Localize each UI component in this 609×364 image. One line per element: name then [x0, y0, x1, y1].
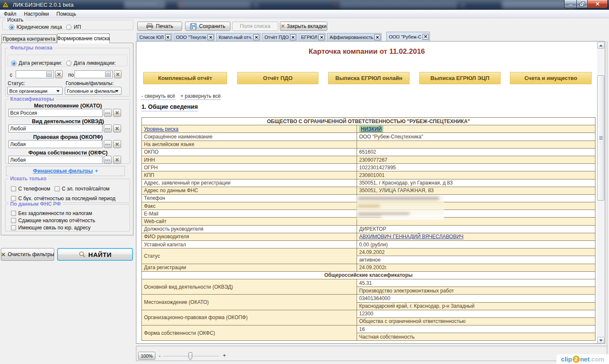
doc-tab-close-icon[interactable]: ✕: [423, 34, 429, 40]
classifier-browse-button[interactable]: ...: [104, 109, 112, 117]
classifier-field-input[interactable]: Любой: [8, 124, 102, 132]
radio-label: Дата ликвидации:: [74, 60, 116, 66]
scroll-down-button[interactable]: [597, 337, 604, 344]
status-select[interactable]: Все организации: [7, 87, 63, 95]
report-action-button[interactable]: Выписка ЕГРЮЛ онлайн: [328, 72, 410, 84]
classifier-browse-button[interactable]: ...: [104, 156, 112, 164]
close-tabs-button[interactable]: ✕ Закрыть вкладки: [280, 22, 327, 31]
classifier-field-input[interactable]: Вся Россия: [8, 109, 102, 117]
checkbox-with-phone[interactable]: С телефоном: [11, 186, 50, 192]
financial-filters-link[interactable]: Финансовые фильтры: [33, 168, 93, 174]
save-button[interactable]: Сохранить: [185, 22, 230, 31]
doc-tab-label: ООО "Рубеж-С: [389, 34, 421, 39]
row-value: активное: [357, 256, 595, 264]
row-value: 230801001: [357, 171, 595, 179]
checkbox-tax-reporting[interactable]: Сдающие налоговую отчётность: [11, 218, 95, 223]
checkbox-legal-address[interactable]: Имеющие связь по юр. адресу: [11, 225, 91, 231]
row-value: Общества с ограниченной ответственностью: [357, 317, 595, 325]
classifier-clear-button[interactable]: ✕: [113, 156, 121, 164]
date-to-input[interactable]: [75, 70, 113, 78]
checkbox-with-email[interactable]: С эл. почтой/сайтом: [55, 186, 109, 192]
print-label: Печать: [156, 23, 173, 29]
table-row: Адрес, заявленный при регистрации350051,…: [142, 179, 595, 187]
zoom-slider-thumb[interactable]: [188, 352, 193, 361]
row-label: КПП: [142, 171, 357, 179]
find-button[interactable]: НАЙТИ: [57, 248, 133, 261]
report-action-button[interactable]: Отчёт ПДО: [237, 72, 318, 84]
classifier-field-value: Любая: [10, 157, 26, 163]
company-info-table: ОБЩЕСТВО С ОГРАНИЧЕННОЙ ОТВЕТСТВЕННОСТЬЮ…: [141, 117, 595, 341]
checkbox-with-accounting[interactable]: С бух. отчётностью за последний период: [11, 196, 115, 201]
checkbox-no-tax-debt[interactable]: Без задолженности по налогам: [11, 210, 92, 216]
radio-liquidation-date[interactable]: Дата ликвидации:: [66, 60, 116, 66]
row-label: ИНН: [142, 156, 357, 163]
doc-tab-close-icon[interactable]: ✕: [165, 34, 171, 40]
classifier-browse-button[interactable]: ...: [104, 124, 112, 132]
maximize-button[interactable]: [576, 0, 588, 8]
row-value: 12300: [357, 310, 595, 317]
doc-tab[interactable]: ООО "Техугле✕: [174, 33, 215, 41]
print-button[interactable]: Печать: [137, 22, 182, 31]
classifier-field-input[interactable]: Любая: [8, 140, 102, 148]
report-action-button[interactable]: Комплексный отчёт: [143, 72, 227, 84]
report-action-button[interactable]: Счета и имущество: [510, 72, 592, 84]
financial-filters-plus[interactable]: +: [95, 168, 98, 174]
date-from-input[interactable]: [16, 70, 54, 78]
classifier-field-value: Любая: [10, 141, 26, 147]
vertical-scrollbar[interactable]: [597, 42, 604, 344]
branch-select[interactable]: Головные и филиалы: [65, 87, 122, 95]
row-label: Сокращённое наименование: [142, 133, 357, 141]
date-from-clear-button[interactable]: ✕: [55, 70, 63, 78]
doc-tab-close-icon[interactable]: ✕: [374, 34, 380, 40]
doc-tab[interactable]: Аффилированность✕: [327, 33, 382, 41]
doc-tab[interactable]: ЕГРЮЛ✕: [299, 33, 326, 41]
classifier-field-input[interactable]: Любая: [8, 156, 102, 164]
classifier-clear-button[interactable]: ✕: [113, 109, 121, 117]
date-to-clear-button[interactable]: ✕: [114, 70, 122, 78]
scrollbar-thumb[interactable]: [597, 75, 604, 201]
row-value: 16: [357, 325, 595, 333]
doc-tab-close-icon[interactable]: ✕: [290, 34, 296, 40]
close-button[interactable]: ✕: [588, 0, 608, 8]
table-row: Дата регистрации24.09.2002г.: [142, 264, 595, 271]
expand-all-link[interactable]: + развернуть всё: [180, 93, 221, 100]
minimize-button[interactable]: [564, 0, 576, 8]
menu-settings[interactable]: Настройки: [21, 10, 52, 18]
table-row: На английском языке: [142, 141, 595, 148]
doc-tab[interactable]: Список ЮЛ✕: [137, 33, 172, 41]
scroll-up-button[interactable]: [597, 42, 604, 49]
tab-check-counterparty[interactable]: Проверка контрагента: [1, 34, 57, 43]
watermark-net: net: [580, 356, 590, 363]
zoom-out-button[interactable]: -: [159, 353, 161, 359]
menu-file[interactable]: Файл: [1, 10, 19, 18]
zoom-value-button[interactable]: 100%: [138, 352, 155, 360]
radio-registration-date[interactable]: Дата регистрации:: [11, 60, 62, 66]
doc-tab-close-icon[interactable]: ✕: [208, 34, 213, 40]
radio-ip[interactable]: ИП: [66, 24, 81, 30]
background-window-blur: [158, 3, 163, 7]
radio-legal-entities[interactable]: Юридические лица: [9, 24, 62, 30]
list-fields-button[interactable]: Поля списка: [232, 22, 278, 31]
calendar-icon[interactable]: [46, 72, 52, 77]
classifier-clear-button[interactable]: ✕: [113, 124, 121, 132]
row-value-link[interactable]: АВХИМОВИЧ ГЕННАДИЙ ВЯЧЕСЛАВОВИЧ: [359, 234, 463, 240]
clear-filters-button[interactable]: ✕ Очистить фильтры: [1, 248, 54, 261]
row-label-link[interactable]: Уровень риска: [144, 126, 178, 132]
risk-level-badge[interactable]: НИЗКИЙ: [359, 126, 383, 132]
checkbox-icon: [11, 225, 16, 230]
classifier-clear-button[interactable]: ✕: [113, 140, 121, 148]
collapse-all-link[interactable]: - свернуть всё: [141, 93, 175, 100]
doc-tab[interactable]: ООО "Рубеж-С✕: [386, 32, 430, 41]
doc-tab-close-icon[interactable]: ✕: [318, 34, 324, 40]
doc-tab[interactable]: Компл-ный отч.✕: [216, 33, 260, 41]
calendar-icon[interactable]: [105, 72, 111, 77]
classifier-browse-button[interactable]: ...: [104, 140, 112, 148]
report-action-button[interactable]: Выписка ЕГРЮЛ ЭЦП: [419, 72, 501, 84]
tab-list-formation[interactable]: Формирование списка: [57, 33, 110, 43]
menu-help[interactable]: Помощь: [53, 10, 79, 18]
zoom-in-button[interactable]: +: [223, 352, 226, 358]
doc-tab-close-icon[interactable]: ✕: [253, 34, 259, 40]
table-row: ОБЩЕСТВО С ОГРАНИЧЕННОЙ ОТВЕТСТВЕННОСТЬЮ…: [142, 118, 595, 125]
checkbox-label: Без задолженности по налогам: [18, 210, 92, 216]
doc-tab[interactable]: Отчёт ПДО✕: [262, 33, 297, 41]
